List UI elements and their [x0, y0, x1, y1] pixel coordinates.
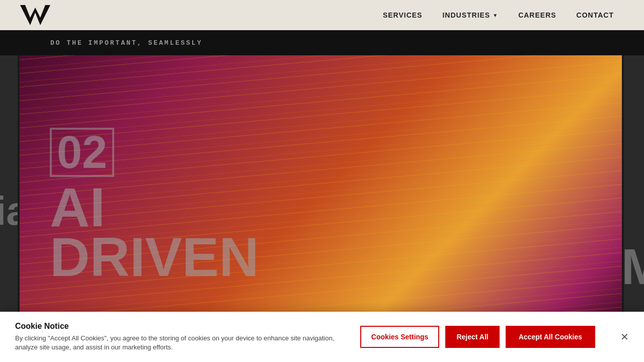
left-partial-slide: ia: [0, 55, 18, 332]
svg-marker-0: [20, 5, 50, 25]
slide-line1: AI: [50, 182, 259, 232]
slide-line2: DRIVEN: [50, 232, 259, 282]
slide-text: 02 AI DRIVEN: [50, 128, 259, 282]
nav-contact[interactable]: CONTACT: [577, 11, 614, 19]
tagline-bar: DO THE IMPORTANT, SEAMLESSLY: [0, 30, 644, 55]
reject-all-button[interactable]: Reject All: [445, 326, 499, 348]
slide-number: 02: [50, 128, 114, 177]
nav-industries[interactable]: INDUSTRIES ▼: [442, 11, 498, 19]
center-slide[interactable]: 02 AI DRIVEN: [20, 55, 622, 332]
cookie-text-area: Cookie Notice By clicking "Accept All Co…: [15, 322, 340, 352]
logo[interactable]: [20, 5, 50, 25]
main-nav: SERVICES INDUSTRIES ▼ CAREERS CONTACT: [383, 11, 614, 19]
partial-left-text: ia: [0, 191, 18, 231]
tagline-text: DO THE IMPORTANT, SEAMLESSLY: [50, 39, 202, 47]
cookie-banner: Cookie Notice By clicking "Accept All Co…: [0, 312, 644, 362]
accept-all-cookies-button[interactable]: Accept All Cookies: [506, 326, 595, 348]
nav-services[interactable]: SERVICES: [383, 11, 423, 19]
partial-right-letter: M: [624, 241, 644, 292]
nav-careers[interactable]: CAREERS: [518, 11, 556, 19]
chevron-down-icon: ▼: [493, 13, 498, 18]
close-icon[interactable]: ✕: [620, 331, 629, 343]
cookie-title: Cookie Notice: [15, 322, 340, 331]
header: SERVICES INDUSTRIES ▼ CAREERS CONTACT: [0, 0, 644, 30]
right-partial-slide: O M: [624, 55, 644, 332]
partial-right-number: O: [624, 191, 625, 231]
cookie-buttons: Cookies Settings Reject All Accept All C…: [360, 326, 595, 348]
cookie-body: By clicking "Accept All Cookies", you ag…: [15, 334, 340, 352]
cookie-settings-button[interactable]: Cookies Settings: [360, 326, 440, 348]
hero-area: ia 02 AI DRIVEN O M: [0, 55, 644, 332]
